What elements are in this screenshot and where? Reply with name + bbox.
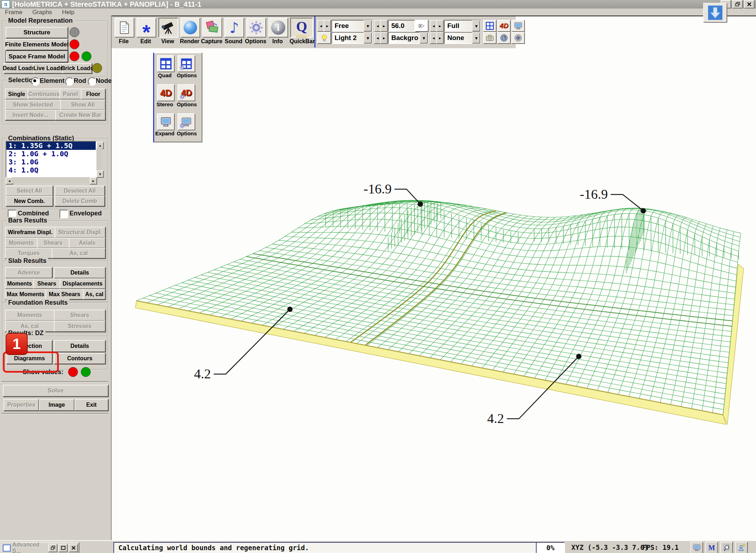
exit-button[interactable]: Exit [74,399,108,411]
edit-button[interactable]: * [136,18,156,38]
effect-combo[interactable]: None ▼ [444,32,481,44]
slab-moments-button[interactable]: Moments [5,278,34,289]
zoom-tool-button[interactable] [720,542,733,553]
dead-loads-button[interactable]: Dead Loads [4,63,34,74]
assistant-button[interactable] [735,542,748,553]
structural-displ-button[interactable]: Structural Displ. [55,227,106,238]
mode-m-button[interactable]: M [705,542,718,553]
bars-shears-button[interactable]: Shears [37,238,69,248]
chevron-down-icon[interactable]: ▼ [419,32,428,44]
detail-next-button[interactable]: ► [436,20,444,32]
expand-button[interactable] [157,113,175,130]
properties-button[interactable]: Properties [4,399,39,411]
light-combo[interactable]: Light 2 ▼ [331,32,373,44]
chevron-down-icon[interactable]: ▼ [472,20,480,32]
floor-button[interactable]: Floor [81,89,106,100]
stereo-4d-button[interactable]: 4D [497,20,511,32]
show-selected-button[interactable]: Show Selected [5,100,61,110]
vertical-scrollbar[interactable] [96,148,102,170]
info-button[interactable]: i [268,18,288,38]
select-all-button[interactable]: Select All [6,186,53,196]
maximize-button[interactable] [58,544,68,552]
delete-comb-button[interactable]: Delete Comb [55,196,105,207]
chevron-down-icon[interactable]: ▼ [472,32,480,44]
viewport[interactable]: -16.9-16.94.24.2 [111,16,756,542]
slab-details-button[interactable]: Details [54,267,106,278]
stereo-options-button[interactable]: 4D [178,84,195,101]
list-item[interactable]: 2: 1.0G + 1.0Q [6,150,96,158]
deselect-all-button[interactable]: Deselect All [55,186,105,196]
options-button[interactable] [246,18,266,38]
adverse-button[interactable]: Adverse [5,267,52,278]
radio-node[interactable] [88,77,96,86]
quad-view-button[interactable] [483,20,497,32]
navigate-button[interactable] [497,32,511,44]
enveloped-checkbox[interactable] [60,210,68,218]
capture-button[interactable] [202,18,222,38]
max-shears-button[interactable]: Max Shears [45,289,84,300]
chevron-down-icon[interactable]: ▼ [363,32,372,44]
foundation-shears-button[interactable]: Shears [54,310,106,321]
stresses-button[interactable]: Stresses [54,321,106,332]
scroll-down-button[interactable]: ▼ [96,170,104,178]
wireframe-displ-button[interactable]: Wireframe Displ. [5,227,55,238]
render-button[interactable] [180,18,200,38]
combinations-list[interactable]: 1: 1.35G + 1.5Q 2: 1.0G + 1.0Q 3: 1.0G 4… [6,141,96,178]
render-status-button[interactable] [690,542,703,553]
max-moments-button[interactable]: Max Moments [5,289,46,300]
angle-apply-button[interactable] [415,20,429,32]
sound-button[interactable]: ♪ [224,18,244,38]
dz-details-button[interactable]: Details [54,340,106,352]
horizontal-scrollbar[interactable] [12,177,90,183]
pull-down-panel-button[interactable] [703,3,727,23]
file-button[interactable] [114,18,134,38]
foundation-moments-button[interactable]: Moments [5,310,55,321]
solve-button[interactable]: Solve [3,385,108,397]
expand-view-button[interactable] [511,20,525,32]
menu-graphs[interactable]: Graphs [27,9,57,16]
audio-button[interactable] [511,32,525,44]
chevron-down-icon[interactable]: ▼ [363,20,372,32]
contours-button[interactable]: Contours [54,353,106,364]
list-item[interactable]: 4: 1.0Q [6,166,96,174]
show-all-button[interactable]: Show All [60,100,106,110]
live-loads-button[interactable]: Live Loads [33,63,63,74]
list-item[interactable]: 1: 1.35G + 1.5Q [6,142,96,150]
insert-node-button[interactable]: Insert Node... [5,110,56,120]
view-mode-next-button[interactable]: ► [324,20,331,32]
snapshot-button[interactable] [483,32,497,44]
displacements-button[interactable]: Displacements [60,278,106,289]
quad-options-button[interactable] [178,55,195,72]
image-button[interactable]: Image [39,399,74,411]
quad-button[interactable] [157,55,175,72]
show-values-led-red[interactable] [68,367,78,377]
close-button[interactable] [744,0,755,9]
brick-loads-button[interactable]: Brick Loads [62,63,92,74]
close-button[interactable] [69,544,78,552]
finite-elements-model-button[interactable]: Finite Elements Model [6,39,68,50]
light-toggle-button[interactable] [317,32,331,44]
menu-help[interactable]: Help [57,9,79,16]
radio-rod[interactable] [65,77,74,86]
stereo-button[interactable]: 4D [157,84,175,101]
restore-button[interactable] [48,544,57,552]
restore-button[interactable] [732,0,743,9]
background-next-button[interactable]: ► [380,32,388,44]
continuous-button[interactable]: Continuous [28,89,60,100]
bars-axials-button[interactable]: Axials [69,238,106,248]
new-comb-button[interactable]: New Comb. [6,196,53,207]
angle-field[interactable]: 56.0 [388,20,415,32]
background-combo[interactable]: Backgro ▼ [388,32,429,44]
single-button[interactable]: Single [5,89,28,100]
space-frame-model-button[interactable]: Space Frame Model [6,51,68,62]
list-item[interactable]: 3: 1.0G [6,158,96,166]
structure-button[interactable]: Structure [6,27,68,38]
show-values-led-green[interactable] [81,367,91,377]
create-new-bar-button[interactable]: Create New Bar [55,110,106,120]
view-mode-combo[interactable]: Free ▼ [331,20,373,32]
bars-as-cal-button[interactable]: As, cal [52,248,106,259]
slab-shears-button[interactable]: Shears [33,278,60,289]
expand-options-button[interactable] [178,113,195,130]
panel-button[interactable]: Panel [60,89,82,100]
quickbar-button[interactable]: Q [290,18,313,38]
